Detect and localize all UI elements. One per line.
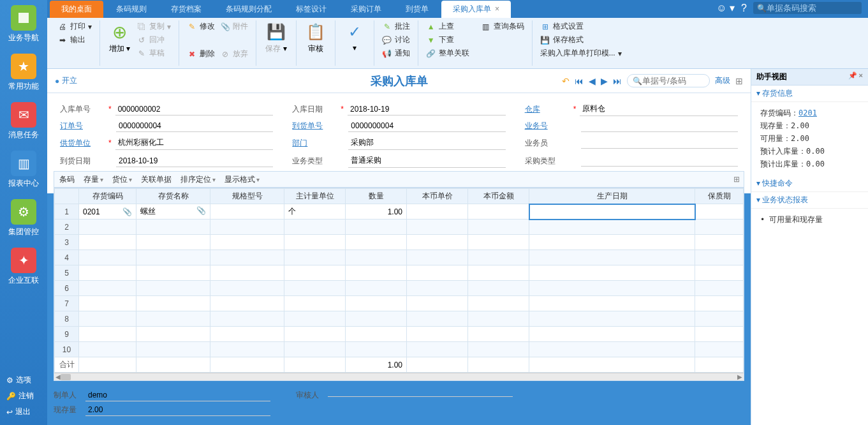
sort-pos-button[interactable]: 排序定位 ▾ (180, 174, 216, 185)
table-row[interactable]: 8 (55, 311, 744, 327)
pin-icon[interactable]: 📌 (848, 71, 857, 79)
export-button[interactable]: ➡输出 (55, 34, 94, 46)
arrival-date-value[interactable]: 2018-10-19 (116, 155, 273, 167)
stock-code-link[interactable]: 0201 (798, 108, 817, 117)
query-barcode-button[interactable]: ▥查询条码 (478, 20, 527, 33)
cell-spec[interactable] (210, 204, 284, 220)
receipt-date-value[interactable]: 2018-10-19 (348, 103, 506, 116)
rp-stock-header[interactable]: 存货信息 (751, 86, 868, 102)
order-no-value[interactable]: 0000000004 (116, 120, 273, 132)
open-link[interactable]: ●开立 (55, 75, 77, 86)
tab-receipt[interactable]: 采购入库单× (441, 1, 511, 18)
exit-link[interactable]: ↩退出 (0, 404, 47, 420)
checkup-button[interactable]: ▲上查 (423, 20, 472, 33)
tab-label-design[interactable]: 标签设计 (284, 1, 338, 18)
arrival-no-label[interactable]: 到货单号 (292, 121, 337, 131)
rp-status-header[interactable]: 业务状态报表 (751, 192, 868, 209)
clip-icon[interactable]: 📎 (196, 206, 206, 215)
user-icon[interactable]: ☺ ▾ (716, 2, 735, 14)
rp-status-item[interactable]: 可用量和现存量 (760, 214, 859, 225)
tab-inventory[interactable]: 存货档案 (159, 1, 213, 18)
cell-unit[interactable]: 个 (284, 204, 346, 220)
col-unit[interactable]: 主计量单位 (284, 189, 346, 204)
audit-button[interactable]: 📋审核 (302, 20, 330, 56)
col-proddate[interactable]: 生产日期 (529, 189, 695, 204)
biztype-value[interactable]: 普通采购 (348, 154, 505, 168)
location-button[interactable]: 货位 ▾ (112, 174, 132, 185)
table-row[interactable]: 1 0201📎 螺丝📎 个 1.00 (55, 204, 744, 220)
table-row[interactable]: 4 (55, 250, 744, 265)
tab-desktop[interactable]: 我的桌面 (50, 1, 103, 18)
table-row[interactable]: 10 (55, 342, 744, 357)
grid-settings-icon[interactable]: ⊞ (733, 175, 740, 184)
receipt-no-value[interactable]: 0000000002 (115, 103, 274, 116)
tab-barcode-alloc[interactable]: 条码规则分配 (214, 1, 283, 18)
first-button[interactable]: ⏮ (575, 76, 584, 86)
cell-code[interactable]: 0201📎 (79, 204, 136, 220)
cell-proddate[interactable] (529, 204, 695, 220)
format-set-button[interactable]: ⊞格式设置 (538, 20, 624, 33)
checkdown-button[interactable]: ▼下查 (423, 34, 472, 46)
copy-button[interactable]: ⿻复制 ▾ (134, 20, 173, 33)
nav-biz[interactable]: 业务导航 (0, 0, 47, 48)
logout-link[interactable]: 🔑注销 (0, 388, 47, 404)
biz-no-label[interactable]: 业务号 (525, 121, 570, 131)
cell-shelf[interactable] (695, 204, 744, 220)
print-template-button[interactable]: 采购入库单单打印模... ▾ (538, 47, 624, 59)
expand-button[interactable]: ⊞ (735, 76, 743, 86)
save-button[interactable]: 💾保存 ▾ (261, 20, 290, 56)
reverse-button[interactable]: ↺回冲 (134, 34, 173, 46)
batch-note-button[interactable]: ✎批注 (379, 20, 413, 33)
help-icon[interactable]: ? (741, 3, 747, 14)
save-format-button[interactable]: 💾保存格式 (538, 34, 624, 46)
notify-button[interactable]: 📢通知 (379, 47, 413, 59)
edit-button[interactable]: ✎修改 (184, 20, 217, 33)
col-amount[interactable]: 本币金额 (468, 189, 529, 204)
rp-quick-header[interactable]: 快捷命令 (751, 175, 868, 192)
cell-name[interactable]: 螺丝📎 (136, 204, 210, 220)
arrival-no-value[interactable]: 0000000004 (348, 120, 505, 132)
tab-po[interactable]: 采购订单 (339, 1, 393, 18)
draft-button[interactable]: ✎草稿 (134, 47, 173, 59)
order-no-label[interactable]: 订单号 (60, 121, 105, 131)
clip-icon[interactable]: 📎 (122, 207, 132, 216)
warehouse-label[interactable]: 仓库 (525, 104, 570, 115)
salesman-value[interactable] (581, 137, 738, 149)
prev-button[interactable]: ◀ (589, 76, 596, 86)
supplier-value[interactable]: 杭州彩丽化工 (115, 136, 274, 150)
discuss-button[interactable]: 💬讨论 (379, 34, 413, 46)
table-row[interactable]: 5 (55, 265, 744, 281)
col-name[interactable]: 存货名称 (136, 189, 210, 204)
tab-arrival[interactable]: 到货单 (394, 1, 440, 18)
abandon-button[interactable]: ⊘放弃 (217, 48, 251, 60)
options-link[interactable]: ⚙选项 (0, 372, 47, 388)
add-button[interactable]: ⊕增加 ▾ (105, 20, 134, 56)
doc-search[interactable]: 🔍 (627, 74, 710, 87)
global-search[interactable]: 🔍 (753, 2, 862, 14)
table-row[interactable]: 9 (55, 327, 744, 342)
table-row[interactable]: 6 (55, 281, 744, 296)
last-button[interactable]: ⏭ (613, 76, 622, 86)
warehouse-value[interactable]: 原料仓 (580, 102, 738, 116)
table-row[interactable]: 3 (55, 235, 744, 250)
table-row[interactable]: 2 (55, 220, 744, 235)
doc-search-input[interactable] (642, 76, 706, 86)
supplier-label[interactable]: 供货单位 (60, 138, 105, 149)
nav-group[interactable]: ⚙集团管控 (0, 194, 47, 242)
close-panel-icon[interactable]: × (859, 71, 863, 79)
close-icon[interactable]: × (495, 4, 499, 13)
col-shelf[interactable]: 保质期 (695, 189, 744, 204)
nav-enterprise[interactable]: ✦企业互联 (0, 242, 47, 291)
stock-button[interactable]: 存量 ▾ (84, 174, 103, 185)
col-qty[interactable]: 数量 (346, 189, 407, 204)
linked-doc-button[interactable]: 关联单据 (141, 174, 172, 185)
global-search-input[interactable] (767, 3, 856, 13)
nav-msg[interactable]: ✉消息任务 (0, 97, 47, 145)
purchasetype-value[interactable] (581, 155, 738, 167)
barcode-button[interactable]: 条码 (59, 174, 75, 185)
grid-hscroll[interactable]: ◀ ▶ (54, 373, 744, 380)
nav-fav[interactable]: ★常用功能 (0, 48, 47, 97)
wholelink-button[interactable]: 🔗整单关联 (423, 47, 472, 59)
undo-button[interactable]: ↶ (562, 76, 570, 86)
print-button[interactable]: 🖨打印 ▾ (55, 20, 94, 33)
